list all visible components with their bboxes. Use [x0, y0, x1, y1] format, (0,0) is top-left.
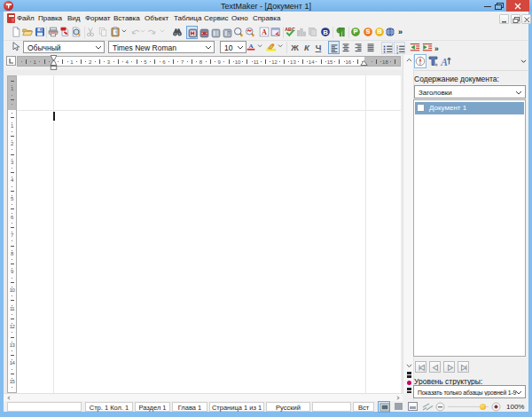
svg-text:A: A [248, 43, 254, 50]
svg-text:A: A [262, 28, 267, 36]
svg-text:3: 3 [396, 50, 399, 54]
svg-text:S: S [365, 28, 370, 35]
svg-text:A: A [440, 57, 448, 67]
svg-text:B: B [377, 28, 382, 35]
svg-text:B: B [323, 28, 328, 36]
svg-text:P: P [353, 28, 357, 35]
